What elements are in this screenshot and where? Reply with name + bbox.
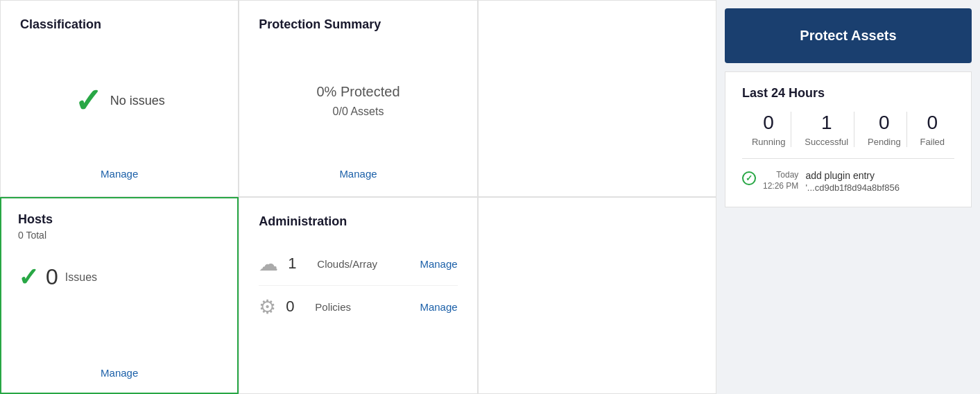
admin-row-policies: ⚙ 0 Policies Manage xyxy=(259,286,457,328)
last-24-hours-card: Last 24 Hours 0 Running 1 Successful 0 P… xyxy=(725,71,972,207)
admin-clouds-count: 1 xyxy=(288,255,307,273)
classification-manage-link[interactable]: Manage xyxy=(20,157,218,180)
admin-clouds-manage-link[interactable]: Manage xyxy=(420,258,457,270)
classification-content: ✓ No issues xyxy=(20,46,218,157)
stat-successful-label: Successful xyxy=(805,137,848,147)
gear-icon: ⚙ xyxy=(259,296,276,318)
admin-policies-label: Policies xyxy=(315,301,410,313)
activity-date: Today xyxy=(763,170,798,180)
dashboard: Classification ✓ No issues Manage Protec… xyxy=(0,0,980,394)
activity-content: add plugin entry '...cd9db1f8d94a8bf856 xyxy=(805,170,900,193)
hosts-total: 0 Total xyxy=(18,230,221,241)
activity-row: ✓ Today 12:26 PM add plugin entry '...cd… xyxy=(742,170,954,193)
hosts-issues-row: ✓ 0 Issues xyxy=(18,252,221,303)
protection-summary-title: Protection Summary xyxy=(259,17,457,32)
hosts-title: Hosts xyxy=(18,212,221,227)
activity-meta: Today 12:26 PM xyxy=(763,170,798,191)
protection-assets: 0/0 Assets xyxy=(333,105,384,118)
right-panel: Protect Assets Last 24 Hours 0 Running 1… xyxy=(716,0,980,394)
admin-policies-count: 0 xyxy=(286,298,305,316)
bottom-third-card xyxy=(478,197,716,395)
administration-title: Administration xyxy=(259,214,457,229)
hosts-manage-link[interactable]: Manage xyxy=(18,356,221,379)
stat-pending-label: Pending xyxy=(868,137,901,147)
stat-failed: 0 Failed xyxy=(920,112,945,147)
protect-assets-button[interactable]: Protect Assets xyxy=(725,8,972,63)
activity-status-icon: ✓ xyxy=(742,171,756,185)
activity-id: '...cd9db1f8d94a8bf856 xyxy=(805,182,900,193)
classification-title: Classification xyxy=(20,17,218,32)
last-24-hours-title: Last 24 Hours xyxy=(742,86,954,101)
admin-clouds-label: Clouds/Array xyxy=(317,258,410,270)
check-icon: ✓ xyxy=(74,85,102,118)
stats-row: 0 Running 1 Successful 0 Pending 0 Faile… xyxy=(742,112,954,159)
activity-name: add plugin entry xyxy=(805,170,900,181)
protection-summary-card: Protection Summary 0% Protected 0/0 Asse… xyxy=(239,0,477,197)
stat-running: 0 Running xyxy=(752,112,785,147)
stat-pending: 0 Pending xyxy=(868,112,901,147)
stat-failed-label: Failed xyxy=(920,137,945,147)
admin-row-clouds: ☁ 1 Clouds/Array Manage xyxy=(259,243,457,286)
admin-policies-manage-link[interactable]: Manage xyxy=(420,301,457,313)
stat-running-label: Running xyxy=(752,137,785,147)
activity-time: 12:26 PM xyxy=(763,181,798,191)
protection-manage-link[interactable]: Manage xyxy=(259,157,457,180)
stat-successful: 1 Successful xyxy=(805,112,848,147)
stat-pending-value: 0 xyxy=(879,112,890,134)
stat-failed-value: 0 xyxy=(927,112,938,134)
protection-content: 0% Protected 0/0 Assets xyxy=(259,46,457,157)
hosts-issues-number: 0 xyxy=(46,264,58,290)
protection-percent: 0% Protected xyxy=(316,84,399,100)
hosts-issues-label: Issues xyxy=(65,271,97,284)
classification-card: Classification ✓ No issues Manage xyxy=(0,0,239,197)
hosts-card: Hosts 0 Total ✓ 0 Issues Manage xyxy=(0,197,239,395)
no-issues-text: No issues xyxy=(110,94,165,108)
stat-successful-value: 1 xyxy=(821,112,832,134)
hosts-check-icon: ✓ xyxy=(18,263,39,292)
top-third-card xyxy=(478,0,716,197)
stat-running-value: 0 xyxy=(763,112,774,134)
administration-card: Administration ☁ 1 Clouds/Array Manage ⚙… xyxy=(239,197,477,395)
cloud-icon: ☁ xyxy=(259,252,278,275)
